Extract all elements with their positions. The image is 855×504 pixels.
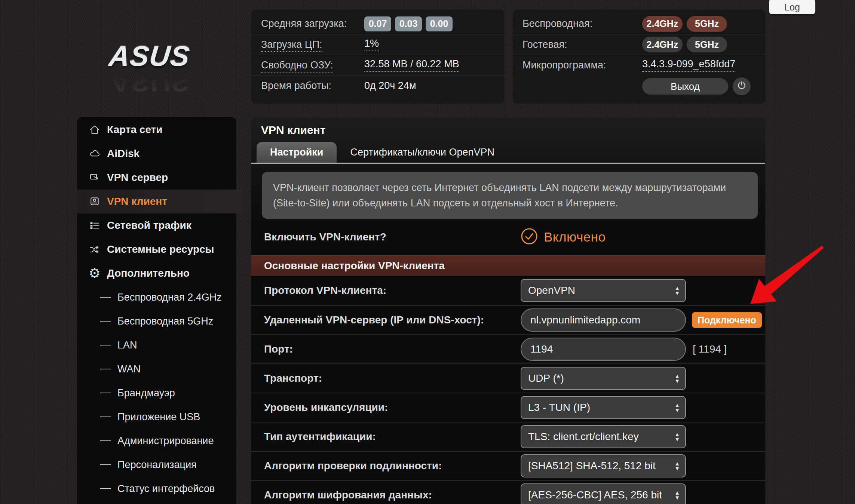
firmware-row: Микропрограмма: 3.4.3.9-099_e58fdd7 bbox=[513, 55, 765, 75]
transport-select[interactable]: UDP (*) ▲▼ bbox=[521, 367, 686, 390]
sidebar-item-vpn-client[interactable]: VPN клиент bbox=[77, 190, 242, 213]
avg-load-row: Средняя загрузка: 0.07 0.03 0.00 bbox=[251, 13, 504, 34]
traffic-icon bbox=[88, 219, 101, 232]
select-arrows-icon: ▲▼ bbox=[674, 286, 680, 295]
select-arrows-icon: ▲▼ bbox=[674, 403, 680, 412]
guest-row: Гостевая: 2.4GHz 5GHz bbox=[513, 34, 765, 55]
enable-vpn-status-text: Включено bbox=[544, 230, 606, 245]
ram-value: 32.58 MB / 60.22 MB bbox=[364, 58, 459, 72]
sidebar-subitem-usb-app[interactable]: Приложение USB bbox=[77, 405, 236, 429]
router-info-panel: Беспроводная: 2.4GHz 5GHz Гостевая: 2.4G… bbox=[513, 10, 765, 104]
dash-icon bbox=[100, 297, 111, 298]
uptime-row: Время работы: 0д 20ч 24м bbox=[251, 75, 504, 96]
cipher-select[interactable]: [AES-256-CBC] AES, 256 bit ▲▼ bbox=[521, 483, 686, 504]
reboot-button[interactable] bbox=[733, 77, 751, 95]
vpn-server-icon bbox=[88, 171, 101, 184]
protocol-row: Протокол VPN-клиента: OpenVPN ▲▼ bbox=[251, 276, 765, 305]
page-title: VPN клиент bbox=[251, 117, 765, 143]
load-badge-15min: 0.00 bbox=[426, 16, 453, 31]
sidebar-item-vpn-server[interactable]: VPN сервер bbox=[77, 166, 236, 190]
sidebar-subitem-wireless-5[interactable]: Беспроводная 5GHz bbox=[77, 309, 236, 333]
sidebar-item-aidisk[interactable]: AiDisk bbox=[77, 142, 236, 166]
dash-icon bbox=[100, 321, 111, 322]
guest-5ghz-badge: 5GHz bbox=[687, 37, 727, 52]
dash-icon bbox=[100, 345, 111, 345]
protocol-select[interactable]: OpenVPN ▲▼ bbox=[521, 279, 686, 302]
guest-24ghz-badge: 2.4GHz bbox=[642, 37, 683, 52]
firmware-version-link[interactable]: 3.4.3.9-099_e58fdd7 bbox=[642, 58, 735, 72]
sidebar-subitem-interface-status[interactable]: Статус интерфейсов bbox=[77, 477, 236, 501]
uptime-label: Время работы: bbox=[261, 80, 364, 92]
check-circle-icon bbox=[521, 228, 538, 246]
enable-vpn-row: Включить VPN-клиент? Включено bbox=[251, 219, 765, 255]
auth-type-select[interactable]: TLS: client.crt/client.key ▲▼ bbox=[521, 425, 686, 448]
ram-row: Свободно ОЗУ: 32.58 MB / 60.22 MB bbox=[251, 55, 504, 75]
dash-icon bbox=[100, 464, 111, 465]
system-status-panel: Средняя загрузка: 0.07 0.03 0.00 Загрузк… bbox=[251, 10, 504, 104]
sidebar-item-network-traffic[interactable]: Сетевой трафик bbox=[77, 213, 236, 237]
dash-icon bbox=[100, 393, 111, 393]
ram-label: Свободно ОЗУ: bbox=[261, 59, 364, 71]
encapsulation-select[interactable]: L3 - TUN (IP) ▲▼ bbox=[521, 396, 686, 419]
cpu-value: 1% bbox=[364, 38, 379, 51]
wireless-label: Беспроводная: bbox=[522, 18, 642, 30]
sidebar-nav: Карта сети AiDisk VPN сервер VPN клиент … bbox=[77, 117, 236, 504]
guest-label: Гостевая: bbox=[522, 39, 642, 50]
resources-icon bbox=[88, 243, 101, 256]
sidebar-subitem-firewall[interactable]: Брандмауэр bbox=[77, 381, 236, 405]
gear-icon: ⚙ bbox=[88, 267, 101, 280]
logout-button[interactable]: Выход bbox=[642, 78, 728, 95]
enable-vpn-label: Включить VPN-клиент? bbox=[264, 231, 521, 243]
tab-settings[interactable]: Настройки bbox=[257, 142, 337, 163]
select-arrows-icon: ▲▼ bbox=[674, 461, 680, 471]
tab-bar: Настройки Сертификаты/ключи OpenVPN bbox=[251, 143, 765, 164]
tab-openvpn-certs[interactable]: Сертификаты/ключи OpenVPN bbox=[337, 142, 508, 163]
wireless-row: Беспроводная: 2.4GHz 5GHz bbox=[513, 13, 765, 34]
server-row: Удаленный VPN-сервер (IP или DNS-хост): … bbox=[251, 305, 765, 334]
dash-icon bbox=[100, 417, 111, 417]
sidebar-subitem-wan[interactable]: WAN bbox=[77, 357, 236, 381]
sidebar-subitem-personalization[interactable]: Персонализация bbox=[77, 453, 236, 477]
wireless-24ghz-badge: 2.4GHz bbox=[642, 16, 683, 32]
enable-vpn-toggle[interactable]: Включено bbox=[521, 228, 606, 246]
hmac-select[interactable]: [SHA512] SHA-512, 512 bit ▲▼ bbox=[521, 454, 686, 477]
log-button[interactable]: Log bbox=[769, 0, 815, 14]
dash-icon bbox=[100, 369, 111, 369]
cpu-row: Загрузка ЦП: 1% bbox=[251, 34, 504, 55]
firmware-label: Микропрограмма: bbox=[522, 59, 642, 71]
dash-icon bbox=[100, 440, 111, 441]
sidebar-subitem-wireless-24[interactable]: Беспроводная 2.4GHz bbox=[77, 285, 236, 309]
cpu-label: Загрузка ЦП: bbox=[261, 39, 364, 50]
sidebar-item-system-resources[interactable]: Системные ресурсы bbox=[77, 237, 236, 261]
connected-status-button[interactable]: Подключено bbox=[692, 312, 762, 328]
cloud-icon bbox=[88, 147, 101, 160]
wireless-5ghz-badge: 5GHz bbox=[687, 16, 727, 32]
cipher-row: Алгоритм шифрования данных: [AES-256-CBC… bbox=[251, 480, 765, 504]
power-icon bbox=[737, 81, 747, 92]
transport-row: Транспорт: UDP (*) ▲▼ bbox=[251, 363, 765, 393]
sidebar-item-advanced[interactable]: ⚙ Дополнительно bbox=[77, 261, 236, 285]
server-input[interactable] bbox=[521, 308, 686, 332]
asus-logo: ASUS ASUS bbox=[109, 40, 221, 98]
sidebar-item-network-map[interactable]: Карта сети bbox=[77, 118, 236, 142]
auth-type-row: Тип аутентификации: TLS: client.crt/clie… bbox=[251, 422, 765, 451]
sidebar-subitem-lan[interactable]: LAN bbox=[77, 333, 236, 357]
port-input[interactable] bbox=[521, 338, 686, 361]
dash-icon bbox=[100, 488, 111, 489]
load-badge-1min: 0.07 bbox=[364, 16, 391, 31]
select-arrows-icon: ▲▼ bbox=[674, 432, 680, 442]
avg-load-label: Средняя загрузка: bbox=[261, 18, 364, 30]
vpn-client-description: VPN-клиент позволяет через сеть Интернет… bbox=[262, 172, 758, 219]
uptime-value: 0д 20ч 24м bbox=[364, 80, 416, 92]
logout-row: Выход bbox=[513, 75, 765, 98]
home-icon bbox=[88, 123, 101, 136]
select-arrows-icon: ▲▼ bbox=[674, 490, 680, 500]
vpn-client-icon bbox=[88, 195, 101, 208]
port-default-hint: [ 1194 ] bbox=[693, 343, 727, 355]
vpn-client-page: VPN клиент Настройки Сертификаты/ключи O… bbox=[251, 117, 765, 504]
encapsulation-row: Уровень инкапсуляции: L3 - TUN (IP) ▲▼ bbox=[251, 393, 765, 422]
load-badge-5min: 0.03 bbox=[395, 16, 422, 31]
sidebar-subitem-administration[interactable]: Администрирование bbox=[77, 429, 236, 453]
asus-logo-reflection: ASUS bbox=[107, 65, 223, 98]
router-admin-page: Log ASUS ASUS Средняя загрузка: 0.07 0.0… bbox=[0, 0, 855, 504]
